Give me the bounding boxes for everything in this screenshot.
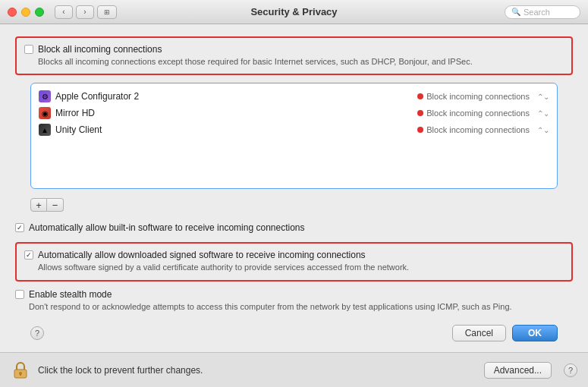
stealth-row: Enable stealth mode Don't respond to or … (15, 289, 573, 313)
app-list-box: ⚙ Apple Configurator 2 Block incoming co… (30, 83, 558, 189)
app-name-configurator: Apple Configurator 2 (55, 91, 417, 102)
window-title: Security & Privacy (250, 6, 337, 17)
cancel-button[interactable]: Cancel (452, 325, 506, 341)
block-all-row: Block all incoming connections Blocks al… (24, 44, 564, 68)
app-status-mirror: Block incoming connections ⌃⌄ (417, 109, 549, 118)
svg-rect-2 (20, 373, 21, 376)
status-dot-configurator (417, 93, 423, 99)
auto-signed-checkbox[interactable] (24, 250, 33, 260)
lock-text: Click the lock to prevent further change… (38, 365, 484, 376)
stepper-unity[interactable]: ⌃⌄ (537, 126, 549, 134)
search-icon: 🔍 (511, 8, 520, 16)
app-status-unity: Block incoming connections ⌃⌄ (417, 125, 549, 134)
app-status-configurator: Block incoming connections ⌃⌄ (417, 92, 549, 101)
table-row[interactable]: ⚙ Apple Configurator 2 Block incoming co… (31, 88, 557, 105)
block-all-section: Block all incoming connections Blocks al… (15, 36, 573, 75)
status-dot-unity (417, 127, 423, 133)
app-name-mirror: Mirror HD (55, 108, 417, 118)
minimize-button[interactable] (21, 8, 30, 17)
dialog-footer: ? Cancel OK (15, 320, 573, 349)
remove-app-button[interactable]: − (47, 198, 64, 212)
app-icon-mirror: ◉ (39, 107, 51, 119)
block-all-label: Block all incoming connections (38, 44, 473, 55)
auto-signed-label: Automatically allow downloaded signed so… (38, 250, 409, 260)
auto-builtin-checkbox[interactable] (15, 223, 24, 232)
stealth-section: Enable stealth mode Don't respond to or … (15, 289, 573, 313)
add-remove-bar: + − (30, 198, 558, 212)
table-row[interactable]: ◉ Mirror HD Block incoming connections ⌃… (31, 105, 557, 121)
auto-signed-row: Automatically allow downloaded signed so… (24, 250, 564, 273)
grid-button[interactable]: ⊞ (97, 5, 117, 19)
app-icon-configurator: ⚙ (39, 90, 51, 102)
bottom-bar: Click the lock to prevent further change… (0, 352, 588, 387)
table-row[interactable]: ▲ Unity Client Block incoming connection… (31, 121, 557, 138)
auto-builtin-label: Automatically allow built-in software to… (29, 222, 305, 233)
maximize-button[interactable] (35, 8, 44, 17)
block-all-content: Block all incoming connections Blocks al… (38, 44, 473, 68)
main-content: Block all incoming connections Blocks al… (0, 24, 588, 352)
block-all-description: Blocks all incoming connections except t… (38, 56, 473, 68)
auto-signed-section: Automatically allow downloaded signed so… (15, 242, 573, 281)
forward-button[interactable]: › (76, 5, 94, 19)
ok-button[interactable]: OK (512, 325, 558, 341)
back-button[interactable]: ‹ (55, 5, 73, 19)
advanced-button[interactable]: Advanced... (484, 362, 552, 379)
search-box[interactable]: 🔍 Search (505, 5, 580, 19)
lock-icon (11, 360, 30, 380)
stepper-mirror[interactable]: ⌃⌄ (537, 109, 549, 118)
title-bar: ‹ › ⊞ Security & Privacy 🔍 Search (0, 0, 588, 24)
help-button-dialog[interactable]: ? (30, 326, 44, 340)
stealth-description: Don't respond to or acknowledge attempts… (29, 301, 512, 313)
auto-signed-content: Automatically allow downloaded signed so… (38, 250, 409, 273)
nav-buttons: ‹ › (55, 5, 94, 19)
stealth-label: Enable stealth mode (29, 289, 512, 300)
search-placeholder: Search (524, 8, 550, 17)
auto-signed-description: Allows software signed by a valid certif… (38, 262, 409, 273)
close-button[interactable] (8, 8, 17, 17)
dialog-buttons: Cancel OK (452, 325, 558, 341)
add-app-button[interactable]: + (30, 198, 47, 212)
stealth-checkbox[interactable] (15, 290, 24, 299)
app-icon-unity: ▲ (39, 124, 51, 136)
stepper-configurator[interactable]: ⌃⌄ (537, 93, 549, 101)
stealth-content: Enable stealth mode Don't respond to or … (29, 289, 512, 313)
window-controls (8, 8, 44, 17)
auto-builtin-row: Automatically allow built-in software to… (15, 221, 573, 234)
block-all-checkbox[interactable] (24, 45, 33, 54)
status-dot-mirror (417, 110, 423, 116)
help-button-bottom[interactable]: ? (564, 363, 577, 377)
app-name-unity: Unity Client (55, 124, 417, 135)
